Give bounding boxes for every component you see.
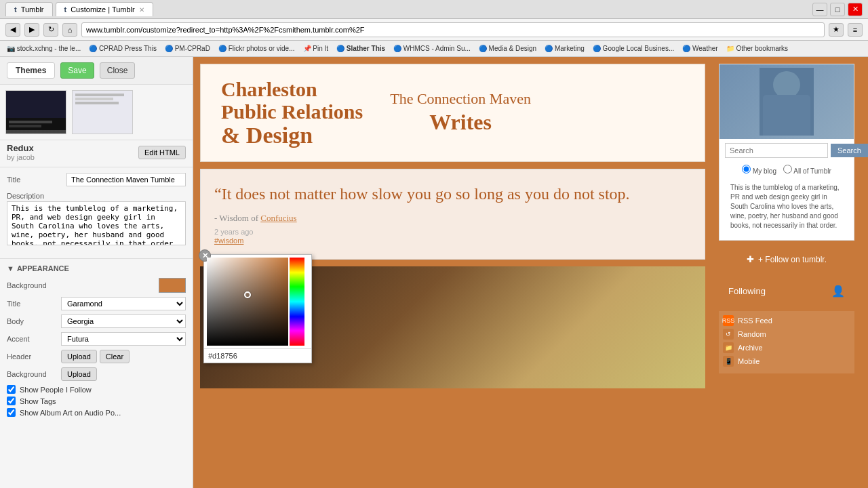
blog-header: Charleston Public Relations & Design The… [200, 64, 705, 162]
description-label: Description [7, 192, 186, 200]
archive-link[interactable]: 📁 Archive [723, 342, 850, 353]
color-hex-value: #d18756 [204, 348, 311, 363]
quote-attribution: - Wisdom of Confucius [214, 213, 691, 224]
maximize-btn[interactable]: □ [830, 3, 845, 16]
fields-section: Title Description This is the tumblelog … [0, 167, 193, 259]
show-album-label: Show Album Art on Audio Po... [20, 409, 121, 417]
theme-thumbnail-2[interactable] [72, 90, 133, 134]
quote-text: “It does not matter how slow you go so l… [214, 183, 691, 206]
header-upload-button[interactable]: Upload [61, 350, 97, 363]
show-tags-label: Show Tags [20, 397, 56, 405]
title-label: Title [7, 176, 61, 184]
rss-icon: RSS [723, 315, 734, 326]
blog-title: Charleston Public Relations & Design [221, 78, 363, 148]
title-input[interactable] [66, 173, 186, 186]
links-section: RSS RSS Feed ↺ Random 📁 Archive 📱 [719, 311, 854, 373]
back-btn[interactable]: ◀ [5, 23, 20, 37]
theme-thumbnail-1[interactable] [5, 90, 66, 134]
follow-button[interactable]: ✚ + Follow on tumblr. [719, 247, 854, 271]
tab-label2: Customize | Tumblr [71, 5, 135, 14]
address-bar[interactable] [81, 22, 825, 37]
tab-close-icon[interactable]: ✕ [139, 6, 144, 14]
header-clear-button[interactable]: Clear [100, 350, 130, 363]
theme-author: by jacob [7, 153, 35, 161]
title-font-row: Title Garamond [7, 297, 186, 310]
settings-btn[interactable]: ≡ [848, 23, 863, 37]
random-link[interactable]: ↺ Random [723, 329, 850, 340]
title-font-select[interactable]: Garamond [61, 297, 186, 310]
show-album-checkbox[interactable] [7, 408, 16, 417]
quote-attribution-prefix: - Wisdom of [214, 213, 260, 223]
show-people-checkbox[interactable] [7, 385, 16, 394]
avatar-card: Search My blog All of Tumblr [719, 64, 854, 241]
my-blog-radio[interactable] [742, 165, 751, 174]
home-btn[interactable]: ⌂ [62, 23, 77, 37]
close-window-btn[interactable]: ✕ [848, 3, 863, 16]
body-font-select[interactable]: Georgia [61, 314, 186, 328]
color-picker-popup[interactable]: ✕ #d18756 [203, 254, 312, 363]
description-input[interactable]: This is the tumblelog of a marketing, PR… [7, 201, 186, 245]
all-tumblr-radio-label: All of Tumblr [783, 165, 831, 175]
description-field-row: Description This is the tumblelog of a m… [7, 192, 186, 247]
theme-name-row: Redux by jacob Edit HTML [0, 140, 193, 167]
archive-icon: 📁 [723, 342, 734, 353]
bookmark-flickr[interactable]: 🔵 Flickr photos or vide... [216, 43, 298, 54]
nav-bar: ◀ ▶ ↻ ⌂ ★ ≡ [0, 19, 868, 41]
tab-icon2: t [64, 5, 67, 14]
bookmark-marketing[interactable]: 🔵 Marketing [542, 43, 587, 54]
bookmark-media[interactable]: 🔵 Media & Design [476, 43, 539, 54]
accent-font-label: Accent [7, 335, 61, 343]
tab-tumblr[interactable]: t Tumblr [5, 2, 53, 16]
body-font-label: Body [7, 317, 61, 325]
bookmark-star[interactable]: ★ [829, 23, 844, 37]
show-album-row: Show Album Art on Audio Po... [7, 408, 186, 417]
bookmark-slather[interactable]: 🔵 Slather This [334, 43, 388, 54]
tag-link[interactable]: #wisdom [214, 237, 243, 245]
hue-strip[interactable] [290, 258, 304, 346]
bookmark-pm[interactable]: 🔵 PM-CPRaD [162, 43, 213, 54]
background-color-swatch[interactable] [159, 278, 186, 293]
bookmark-weather[interactable]: 🔵 Weather [679, 43, 720, 54]
refresh-btn[interactable]: ↻ [43, 23, 58, 37]
bookmark-google[interactable]: 🔵 Google Local Busines... [590, 43, 677, 54]
bookmarks-bar: 📷 stock.xchng - the le... 🔵 CPRAD Press … [0, 41, 868, 57]
search-button[interactable]: Search [831, 144, 868, 157]
tab-label: Tumblr [21, 5, 44, 14]
forward-btn[interactable]: ▶ [24, 23, 39, 37]
bookmark-cprad[interactable]: 🔵 CPRAD Press This [86, 43, 159, 54]
avatar-silhouette [760, 68, 814, 136]
post-meta: 2 years ago [214, 228, 691, 236]
post-tags: #wisdom [214, 236, 691, 245]
all-tumblr-radio[interactable] [783, 165, 792, 174]
bookmark-pinit[interactable]: 📌 Pin It [300, 43, 332, 54]
following-button[interactable]: Following 👤 [719, 278, 854, 304]
minimize-btn[interactable]: — [812, 3, 827, 16]
mobile-link[interactable]: 📱 Mobile [723, 356, 850, 367]
themes-button[interactable]: Themes [7, 62, 55, 79]
save-button[interactable]: Save [60, 62, 94, 79]
color-gradient-canvas[interactable] [207, 258, 288, 346]
tab-icon: t [14, 5, 17, 14]
blog-tagline: The Connection Maven Writes [390, 89, 531, 137]
following-icon: 👤 [831, 285, 845, 298]
close-button[interactable]: Close [100, 62, 136, 79]
rss-link[interactable]: RSS RSS Feed [723, 315, 850, 326]
edit-html-button[interactable]: Edit HTML [138, 146, 186, 159]
bookmark-stock[interactable]: 📷 stock.xchng - the le... [4, 43, 83, 54]
confucius-link[interactable]: Confucius [260, 213, 296, 223]
background-label: Background [7, 281, 61, 289]
background-label2: Background [7, 370, 61, 378]
bookmark-whmcs[interactable]: 🔵 WHMCS - Admin Su... [391, 43, 473, 54]
search-input[interactable] [725, 143, 828, 158]
tab-customize[interactable]: t Customize | Tumblr ✕ [56, 2, 153, 16]
title-font-label: Title [7, 300, 61, 308]
show-tags-row: Show Tags [7, 396, 186, 405]
bookmark-other[interactable]: 📁 Other bookmarks [724, 43, 791, 54]
background-upload-button[interactable]: Upload [61, 367, 97, 381]
body-font-row: Body Georgia [7, 314, 186, 328]
accent-font-select[interactable]: Futura [61, 332, 186, 346]
gradient-selector-dot[interactable] [244, 291, 251, 298]
sidebar-header: Themes Save Close [0, 57, 193, 85]
theme-preview [0, 85, 193, 140]
show-tags-checkbox[interactable] [7, 396, 16, 405]
